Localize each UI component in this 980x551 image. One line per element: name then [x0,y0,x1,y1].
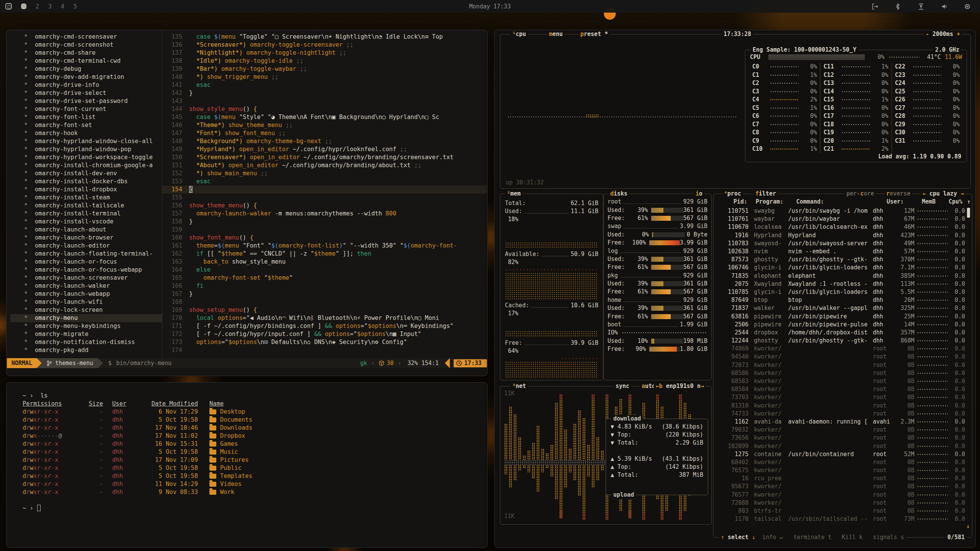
file-list-item[interactable]: * omarchy-launch-webapp [10,290,162,298]
menu-button[interactable]: menu [547,30,565,38]
io-toggle[interactable]: io [694,190,704,198]
process-row[interactable]: 74869 kworker/ root 0B 0.0 [716,345,965,353]
file-list-item[interactable]: * omarchy-launch-or-focus [10,258,162,266]
process-row[interactable]: 1916 Hyprland Hyprland dhh 423M 0.0 [716,231,965,240]
net-sync-toggle[interactable]: sync [614,382,631,390]
process-row[interactable]: 102638 nvim nvim --embed . dhh 57M 0.0 [716,248,965,256]
per-core-toggle[interactable]: per-core [844,190,876,198]
file-list-item[interactable]: * omarchy-install-docker-dbs [10,178,162,186]
file-list-item[interactable]: * omarchy-launch-or-focus-webapp [10,266,162,274]
scroll-down-indicator[interactable]: ↓ [966,522,970,530]
col-cpu[interactable]: Cpu% [949,198,962,206]
process-row[interactable]: 110761 waybar /usr/bin/waybar dhh 67M 0.… [716,215,965,223]
file-list-item[interactable]: * omarchy-launch-floating-terminal- [10,250,162,258]
filter-button[interactable]: filter [753,190,778,198]
net-interface[interactable]: ←b enp191s0 n→ [654,382,706,390]
file-list-item[interactable]: * omarchy-install-steam [10,194,162,202]
process-row[interactable]: 12244 ghostty /usr/bin/ghostty --gtk- dh… [716,337,965,345]
file-list-item[interactable]: * omarchy-cmd-share [10,49,162,57]
file-list-item[interactable]: * omarchy-cmd-terminal-cwd [10,57,162,65]
disks-box-title[interactable]: disks [608,190,629,198]
file-list-item[interactable]: * omarchy-drive-set-password [10,97,162,105]
process-row[interactable]: 68402 kworker/ root 0B 0.0 [716,458,965,466]
file-list-item[interactable]: * omarchy-launch-browser [10,234,162,242]
process-row[interactable]: 68584 kworker/ root 0B 0.0 [716,385,965,393]
file-list-item[interactable]: * omarchy-font-list [10,113,162,121]
file-list-item[interactable]: * omarchy-install-dev-env [10,170,162,178]
process-row[interactable]: 68586 kworker/ root 0B 0.0 [716,369,965,377]
process-row[interactable]: 106746 glycin-i /usr/lib/glycin-loaders … [716,264,965,272]
process-row[interactable]: 68583 kworker/ root 0B 0.0 [716,377,965,385]
file-list-item[interactable]: * omarchy-hook [10,129,162,137]
file-list-item[interactable]: * omarchy-launch-about [10,226,162,234]
terminal[interactable]: ~ › ls Permissions Size User Date Modifi… [7,383,487,548]
file-list-item[interactable]: * omarchy-install-vscode [10,218,162,226]
file-list-item[interactable]: * omarchy-cmd-screensaver [10,33,162,41]
mem-box-title[interactable]: ²mem [505,190,523,198]
file-list-item[interactable]: * omarchy-hyprland-window-pop [10,145,162,153]
process-row[interactable]: 87573 ghostty /usr/bin/ghostty --gtk- dh… [716,256,965,264]
process-row[interactable]: 94540 kworker/ root 0B 0.0 [716,353,965,361]
file-list-item[interactable]: * omarchy-dev-add-migration [10,73,162,81]
prompt-line-2[interactable]: ~ › [23,504,487,512]
process-row[interactable]: 1170 tailscal /usr/sbin/tailscaled -- ro… [716,515,965,523]
process-row[interactable]: 1275 containe /usr/bin/containerd root 5… [716,450,965,458]
file-list-item[interactable]: * omarchy-lock-screen [10,306,162,314]
process-row[interactable]: 73656 kworker/ root 0B 0.0 [716,434,965,442]
file-list-item[interactable]: * omarchy-install-terminal [10,210,162,218]
process-row[interactable]: 2506 pipewire /usr/bin/pipewire-pulse dh… [716,321,965,329]
process-row[interactable]: 2544 dropbox /home/dhh/.dropbox-dist dhh… [716,329,965,337]
file-list-item[interactable]: * omarchy-install-dropbox [10,186,162,194]
process-row[interactable]: 110785 glycin-i /usr/lib/glycin-loaders … [716,288,965,296]
file-list-item[interactable]: * omarchy-pkg-add [10,346,162,354]
file-list-item[interactable]: * omarchy-launch-walker [10,282,162,290]
process-row[interactable]: 72073 kworker/ root 0B 0.0 [716,361,965,369]
file-list-item[interactable]: * omarchy-notification-dismiss [10,338,162,346]
file-list-item[interactable]: * omarchy-debug [10,65,162,73]
file-list-item[interactable]: * omarchy-drive-select [10,89,162,97]
process-row[interactable]: 16 rcu_pree root 0B 0.0 [716,474,965,483]
preset-button[interactable]: preset * [578,30,610,38]
process-row[interactable]: 71837 walker /usr/bin/walker --gappl dhh… [716,304,965,312]
file-list-item[interactable]: * omarchy-menu [10,314,162,322]
process-row[interactable]: 87649 btop btop dhh 26M 0.0 [716,296,965,304]
file-list-item[interactable]: * omarchy-hyprland-workspace-toggle [10,153,162,161]
process-row[interactable]: 76577 kworker/ root 0B 0.0 [716,491,965,499]
process-row[interactable]: 110751 swaybg /usr/bin/swaybg -i /hom dh… [716,207,965,215]
process-row[interactable]: 79032 kworker/ root 0B 0.0 [716,426,965,434]
file-list-item[interactable]: * omarchy-launch-wifi [10,298,162,306]
process-row[interactable]: 74733 kworker/ root 0B 0.0 [716,410,965,418]
file-list-item[interactable]: * omarchy-migrate [10,330,162,338]
col-command[interactable]: Command: [796,198,824,206]
file-list-item[interactable]: * omarchy-font-set [10,121,162,129]
col-user[interactable]: User: [887,198,904,206]
process-row[interactable]: 1162 avahi-da avahi-daemon: running [ av… [716,418,965,426]
process-row[interactable]: 72088 kworker/ root 0B 0.0 [716,499,965,507]
process-row[interactable]: 102099 kworker/ root 0B 0.0 [716,442,965,450]
process-row[interactable]: 73703 kworker/ root 0B 0.0 [716,393,965,401]
process-row[interactable]: 71835 elephant elephant dhh 385M 0.0 [716,272,965,280]
file-list-item[interactable]: * omarchy-launch-screensaver [10,274,162,282]
file-list-item[interactable]: * omarchy-cmd-screenshot [10,41,162,49]
cpu-box-title[interactable]: ¹cpu [510,30,528,38]
file-list-item[interactable]: * omarchy-install-tailscale [10,202,162,210]
net-box-title[interactable]: ³net [510,382,528,390]
process-row[interactable]: 95673 kworker/ root 0B 0.0 [716,483,965,491]
reverse-toggle[interactable]: reverse [884,190,912,198]
process-row[interactable]: 110670 localsea /usr/lib/localsearch-ex … [716,223,965,231]
proc-scrollbar[interactable] [967,208,970,218]
process-row[interactable]: 81310 kworker/ root 0B 0.0 [716,402,965,410]
process-row[interactable]: 110783 swayosd- /usr/bin/swayosd-server … [716,240,965,248]
file-list-item[interactable]: * omarchy-launch-editor [10,242,162,250]
code-pane[interactable]: 135 case $(menu "Toggle" "▢ Screensaver\… [162,33,487,358]
process-row[interactable]: 76575 kworker/ root 0B 0.0 [716,466,965,474]
sort-selector[interactable]: ← cpu lazy → [921,190,966,198]
process-row[interactable]: 803 btrfs-tr root 0B 0.0 [716,507,965,515]
refresh-interval[interactable]: - 2000ms + [924,30,962,38]
file-list-item[interactable]: * omarchy-hyprland-window-close-all [10,137,162,145]
file-list-item[interactable]: * omarchy-drive-info [10,81,162,89]
col-memb[interactable]: MemB [922,198,936,206]
file-list-item[interactable]: * omarchy-install-chromium-google-a [10,161,162,170]
col-pid[interactable]: Pid: [733,198,747,206]
file-list-item[interactable]: * omarchy-font-current [10,105,162,113]
